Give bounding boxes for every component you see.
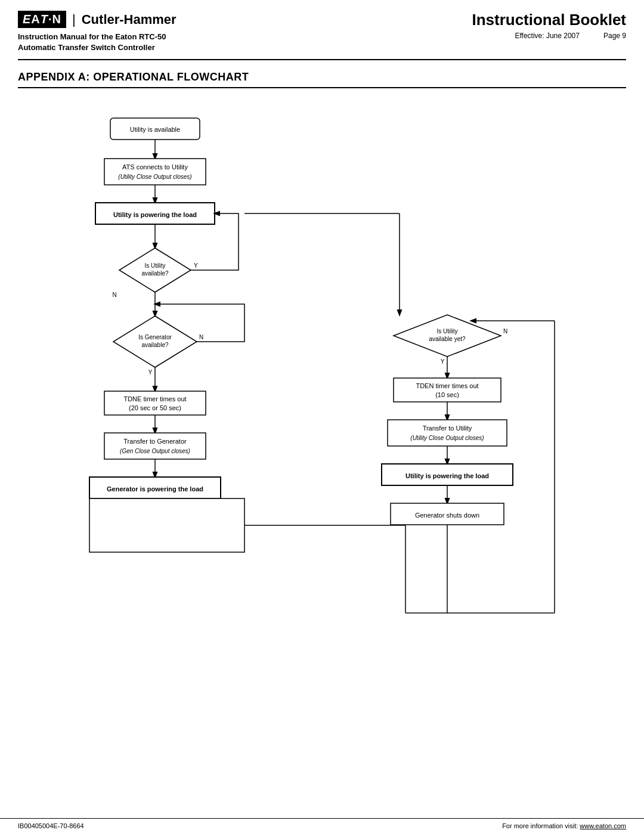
header-left: EAT·N | Cutler-Hammer Instruction Manual…: [18, 11, 177, 53]
svg-text:Generator is powering the load: Generator is powering the load: [107, 485, 203, 493]
booklet-title: Instructional Booklet: [472, 11, 626, 29]
footer-info: For more information visit: www.eaton.co…: [502, 822, 626, 829]
svg-text:N: N: [199, 334, 203, 340]
appendix-title: APPENDIX A: OPERATIONAL FLOWCHART: [18, 71, 626, 88]
svg-text:Generator shuts down: Generator shuts down: [415, 512, 479, 519]
company-name: Cutler-Hammer: [82, 12, 177, 27]
svg-rect-26: [104, 433, 206, 459]
part-number: IB00405004E-70-8664: [18, 822, 84, 829]
svg-text:available?: available?: [141, 342, 168, 348]
svg-text:Utility is available: Utility is available: [130, 126, 180, 133]
header-right: Instructional Booklet Effective: June 20…: [472, 11, 626, 40]
flowchart-area: Utility is available ATS connects to Uti…: [18, 94, 626, 667]
logo-area: EAT·N | Cutler-Hammer: [18, 11, 177, 28]
effective-date: Effective: June 2007: [515, 32, 580, 40]
svg-text:Y: Y: [194, 262, 198, 269]
svg-text:Y: Y: [441, 358, 445, 365]
effective-line: Effective: June 2007 Page 9: [472, 32, 626, 40]
svg-text:Utility is powering the load: Utility is powering the load: [113, 211, 197, 218]
svg-text:Transfer to Generator: Transfer to Generator: [123, 438, 187, 445]
svg-text:N: N: [503, 328, 507, 335]
flowchart-svg: Utility is available ATS connects to Uti…: [18, 94, 626, 667]
svg-text:Is Utility: Is Utility: [145, 262, 166, 269]
svg-text:(Utility Close Output closes): (Utility Close Output closes): [410, 435, 484, 441]
svg-text:Is Generator: Is Generator: [138, 334, 172, 340]
svg-text:N: N: [112, 292, 116, 298]
footer: IB00405004E-70-8664 For more information…: [0, 818, 644, 833]
svg-text:(Utility Close Output closes): (Utility Close Output closes): [118, 174, 191, 180]
svg-text:TDEN timer times out: TDEN timer times out: [416, 382, 478, 389]
svg-text:available?: available?: [141, 270, 168, 277]
svg-text:TDNE timer times out: TDNE timer times out: [123, 395, 186, 402]
svg-rect-33: [89, 498, 244, 552]
svg-rect-47: [394, 378, 501, 402]
svg-text:(Gen Close Output closes): (Gen Close Output closes): [120, 448, 190, 454]
manual-title: Instruction Manual for the Eaton RTC-50 …: [18, 32, 177, 53]
svg-text:(10 sec): (10 sec): [435, 391, 459, 398]
svg-text:ATS connects to Utility: ATS connects to Utility: [122, 163, 188, 171]
svg-rect-51: [388, 420, 507, 446]
logo-separator: |: [72, 12, 76, 27]
svg-text:Is Utility: Is Utility: [437, 328, 458, 335]
svg-text:available yet?: available yet?: [429, 336, 466, 342]
header: EAT·N | Cutler-Hammer Instruction Manual…: [0, 0, 644, 53]
svg-rect-3: [104, 159, 206, 185]
website-link[interactable]: www.eaton.com: [580, 822, 626, 829]
page-number: Page 9: [603, 32, 626, 40]
svg-text:Transfer to Utility: Transfer to Utility: [423, 425, 472, 432]
svg-text:(20 sec or 50 sec): (20 sec or 50 sec): [129, 404, 181, 411]
svg-rect-22: [104, 391, 206, 415]
header-divider: [18, 59, 626, 60]
eaton-logo: EAT·N: [18, 11, 66, 28]
svg-text:Y: Y: [148, 369, 153, 376]
svg-text:Utility is powering the load: Utility is powering the load: [405, 472, 489, 479]
